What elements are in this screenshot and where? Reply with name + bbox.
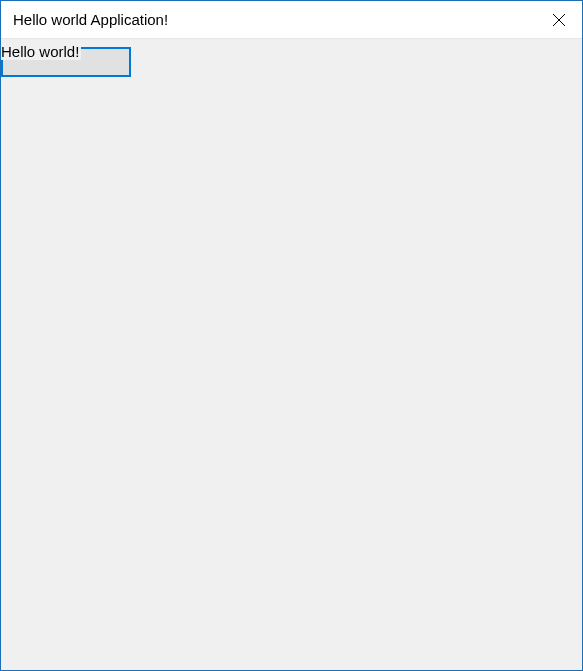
window-title: Hello world Application! (13, 11, 168, 28)
close-icon (552, 13, 566, 27)
hello-label: Hello world! (1, 43, 81, 60)
app-window: Hello world Application! Hello world! (0, 0, 583, 671)
titlebar: Hello world Application! (1, 1, 582, 39)
close-button[interactable] (536, 1, 582, 39)
client-area: Hello world! (1, 39, 582, 670)
